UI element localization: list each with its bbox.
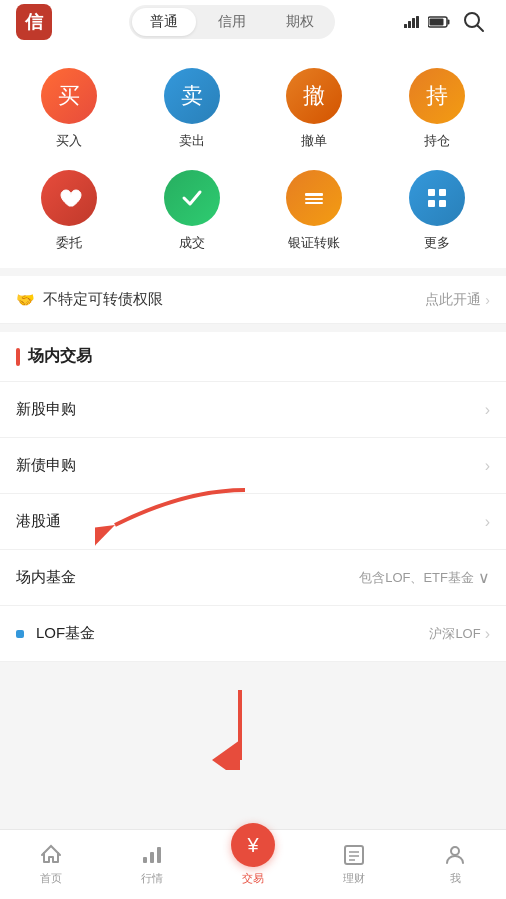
menu-item-hk-stock[interactable]: 港股通 › — [0, 494, 506, 550]
menu-item-new-stock-left: 新股申购 — [16, 400, 76, 419]
svg-rect-10 — [305, 198, 323, 200]
new-stock-chevron: › — [485, 401, 490, 419]
trade-icon: ¥ — [247, 834, 258, 857]
action-grid: 买 买入 卖 卖出 撤 撤单 持 持仓 — [0, 44, 506, 158]
lof-label: LOF基金 — [36, 624, 95, 643]
user-icon — [443, 843, 467, 867]
cancel-label: 撤单 — [301, 132, 327, 150]
section-title: 场内交易 — [28, 346, 92, 367]
nav-trade-label: 交易 — [242, 871, 264, 886]
action-cancel[interactable]: 撤 撤单 — [253, 60, 376, 158]
lof-sub: 沪深LOF — [429, 625, 480, 643]
deal-label: 成交 — [179, 234, 205, 252]
action-more[interactable]: 更多 — [376, 162, 499, 260]
heart-icon — [56, 185, 82, 211]
status-bar: 信 普通 信用 期权 — [0, 0, 506, 44]
home-icon — [39, 843, 63, 867]
menu-item-new-stock[interactable]: 新股申购 › — [0, 382, 506, 438]
svg-rect-21 — [157, 847, 161, 863]
new-bond-chevron: › — [485, 457, 490, 475]
more-label: 更多 — [424, 234, 450, 252]
trade-type-tabs: 普通 信用 期权 — [129, 5, 335, 39]
finance-icon — [342, 843, 366, 867]
action-sell[interactable]: 卖 卖出 — [131, 60, 254, 158]
action-entrust[interactable]: 委托 — [8, 162, 131, 260]
menu-item-fund-right: 包含LOF、ETF基金 ∨ — [359, 568, 490, 587]
grid-icon — [424, 185, 450, 211]
menu-item-new-bond[interactable]: 新债申购 › — [0, 438, 506, 494]
nav-trade[interactable]: ¥ 交易 — [202, 843, 303, 886]
bank-circle — [286, 170, 342, 226]
status-right — [404, 6, 490, 38]
svg-rect-14 — [428, 200, 435, 207]
menu-item-new-bond-left: 新债申购 — [16, 456, 76, 475]
svg-rect-13 — [439, 189, 446, 196]
bond-notice-section[interactable]: 🤝 不特定可转债权限 点此开通 › — [0, 276, 506, 324]
svg-rect-6 — [430, 19, 444, 26]
battery-icon — [428, 16, 450, 28]
cancel-circle: 撤 — [286, 68, 342, 124]
action-hold[interactable]: 持 持仓 — [376, 60, 499, 158]
logo-area: 信 — [16, 0, 60, 44]
nav-me-label: 我 — [450, 871, 461, 886]
svg-rect-11 — [305, 202, 323, 204]
menu-item-hk-right: › — [485, 513, 490, 531]
buy-label: 买入 — [56, 132, 82, 150]
bank-icon — [301, 185, 327, 211]
new-bond-label: 新债申购 — [16, 456, 76, 475]
tab-credit[interactable]: 信用 — [200, 8, 264, 36]
more-circle — [409, 170, 465, 226]
signal-icon — [404, 16, 420, 28]
menu-item-hk-left: 港股通 — [16, 512, 61, 531]
menu-item-fund-left: 场内基金 — [16, 568, 76, 587]
menu-item-fund[interactable]: 场内基金 包含LOF、ETF基金 ∨ — [0, 550, 506, 606]
tab-options[interactable]: 期权 — [268, 8, 332, 36]
nav-me[interactable]: 我 — [405, 843, 506, 886]
sell-circle: 卖 — [164, 68, 220, 124]
action-deal[interactable]: 成交 — [131, 162, 254, 260]
hk-chevron: › — [485, 513, 490, 531]
hold-label: 持仓 — [424, 132, 450, 150]
nav-home[interactable]: 首页 — [0, 843, 101, 886]
svg-rect-9 — [305, 193, 323, 196]
svg-point-26 — [451, 847, 459, 855]
bond-notice-right: 点此开通 › — [425, 291, 490, 309]
bond-text: 不特定可转债权限 — [43, 290, 163, 309]
bond-chevron: › — [485, 292, 490, 308]
chart-icon — [140, 843, 164, 867]
section-header: 场内交易 — [0, 332, 506, 382]
nav-home-label: 首页 — [40, 871, 62, 886]
trade-center-button[interactable]: ¥ — [231, 823, 275, 867]
sell-label: 卖出 — [179, 132, 205, 150]
section-bar — [16, 348, 20, 366]
bond-icon: 🤝 — [16, 291, 35, 309]
deal-circle — [164, 170, 220, 226]
svg-rect-2 — [412, 18, 415, 28]
search-button[interactable] — [458, 6, 490, 38]
lof-chevron: › — [485, 625, 490, 643]
svg-rect-20 — [150, 852, 154, 863]
nav-market[interactable]: 行情 — [101, 843, 202, 886]
check-icon — [179, 185, 205, 211]
bank-label: 银证转账 — [288, 234, 340, 252]
fund-sub: 包含LOF、ETF基金 — [359, 569, 474, 587]
nav-finance[interactable]: 理财 — [304, 843, 405, 886]
svg-line-8 — [478, 26, 484, 32]
bottom-nav: 首页 行情 ¥ 交易 理财 我 — [0, 829, 506, 899]
hold-circle: 持 — [409, 68, 465, 124]
action-buy[interactable]: 买 买入 — [8, 60, 131, 158]
bond-action-text: 点此开通 — [425, 291, 481, 309]
svg-rect-22 — [345, 846, 363, 864]
new-stock-label: 新股申购 — [16, 400, 76, 419]
tab-normal[interactable]: 普通 — [132, 8, 196, 36]
fund-label: 场内基金 — [16, 568, 76, 587]
lof-dot — [16, 630, 24, 638]
fund-chevron: ∨ — [478, 568, 490, 587]
entrust-circle — [41, 170, 97, 226]
menu-item-lof[interactable]: LOF基金 沪深LOF › — [0, 606, 506, 662]
svg-rect-15 — [439, 200, 446, 207]
nav-market-label: 行情 — [141, 871, 163, 886]
buy-circle: 买 — [41, 68, 97, 124]
svg-rect-12 — [428, 189, 435, 196]
action-bank[interactable]: 银证转账 — [253, 162, 376, 260]
